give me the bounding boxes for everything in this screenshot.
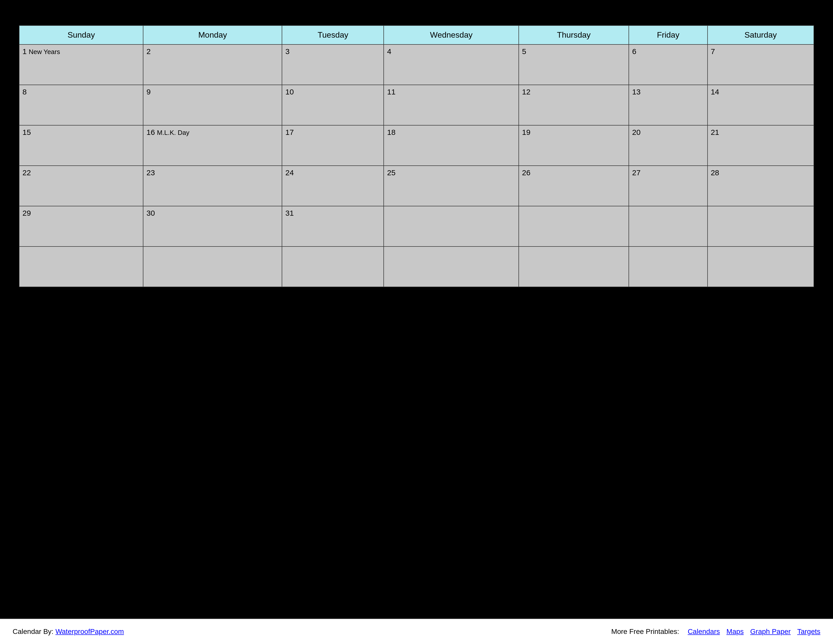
calendar-cell-3-6: 28 [708, 166, 814, 206]
header-saturday: Saturday [708, 26, 814, 45]
day-number: 14 [711, 88, 719, 96]
calendar-cell-4-5 [629, 206, 707, 246]
day-number: 12 [522, 88, 530, 96]
calendar-cell-3-2: 24 [282, 166, 384, 206]
calendar-container: Sunday Monday Tuesday Wednesday Thursday… [19, 25, 814, 614]
day-number: 8 [23, 88, 27, 96]
footer-link-targets[interactable]: Targets [797, 628, 820, 635]
calendar-cell-1-3: 11 [384, 85, 519, 125]
calendar-cell-1-4: 12 [519, 85, 629, 125]
day-number: 17 [285, 128, 294, 137]
day-number: 6 [632, 47, 636, 56]
calendar-cell-3-0: 22 [19, 166, 143, 206]
header-sunday: Sunday [19, 26, 143, 45]
day-number: 4 [387, 47, 391, 56]
header-wednesday: Wednesday [384, 26, 519, 45]
calendar-cell-3-5: 27 [629, 166, 707, 206]
calendar-cell-2-0: 15 [19, 125, 143, 166]
day-number: 1 [23, 47, 27, 56]
calendar-cell-5-6 [708, 246, 814, 287]
footer-link-graphpaper[interactable]: Graph Paper [750, 628, 791, 635]
calendar-cell-4-4 [519, 206, 629, 246]
calendar-cell-2-4: 19 [519, 125, 629, 166]
day-number: 18 [387, 128, 395, 137]
week-row-4: 22232425262728 [19, 166, 814, 206]
day-number: 9 [146, 88, 151, 96]
day-number: 5 [522, 47, 526, 56]
calendar-cell-0-6: 7 [708, 45, 814, 85]
day-number: 28 [711, 169, 719, 177]
calendar-cell-4-1: 30 [143, 206, 282, 246]
day-number: 19 [522, 128, 530, 137]
day-number: 16 [146, 128, 155, 137]
week-row-2: 891011121314 [19, 85, 814, 125]
calendar-table: Sunday Monday Tuesday Wednesday Thursday… [19, 25, 814, 287]
footer-more: More Free Printables: Calendars Maps Gra… [611, 628, 820, 636]
day-number: 24 [285, 169, 294, 177]
footer-more-label: More Free Printables: [611, 628, 681, 635]
calendar-cell-4-6 [708, 206, 814, 246]
day-event: New Years [29, 48, 60, 56]
day-number: 7 [711, 47, 715, 56]
day-number: 26 [522, 169, 530, 177]
footer-link-calendars[interactable]: Calendars [688, 628, 720, 635]
week-row-6 [19, 246, 814, 287]
calendar-cell-0-3: 4 [384, 45, 519, 85]
header-friday: Friday [629, 26, 707, 45]
calendar-cell-5-3 [384, 246, 519, 287]
day-number: 27 [632, 169, 640, 177]
header-thursday: Thursday [519, 26, 629, 45]
calendar-cell-2-1: 16M.L.K. Day [143, 125, 282, 166]
week-row-3: 1516M.L.K. Day1718192021 [19, 125, 814, 166]
calendar-cell-2-3: 18 [384, 125, 519, 166]
header-monday: Monday [143, 26, 282, 45]
calendar-cell-1-1: 9 [143, 85, 282, 125]
calendar-cell-0-5: 6 [629, 45, 707, 85]
day-number: 31 [285, 209, 294, 217]
day-number: 30 [146, 209, 155, 217]
week-row-1: 1New Years234567 [19, 45, 814, 85]
header-row: Sunday Monday Tuesday Wednesday Thursday… [19, 26, 814, 45]
calendar-cell-1-6: 14 [708, 85, 814, 125]
day-number: 21 [711, 128, 719, 137]
calendar-cell-5-1 [143, 246, 282, 287]
calendar-cell-5-4 [519, 246, 629, 287]
header-tuesday: Tuesday [282, 26, 384, 45]
day-number: 22 [23, 169, 31, 177]
calendar-cell-1-2: 10 [282, 85, 384, 125]
day-number: 23 [146, 169, 155, 177]
day-number: 15 [23, 128, 31, 137]
day-number: 10 [285, 88, 294, 96]
calendar-cell-5-0 [19, 246, 143, 287]
calendar-cell-2-6: 21 [708, 125, 814, 166]
calendar-cell-0-2: 3 [282, 45, 384, 85]
footer-credit-link[interactable]: WaterproofPaper.com [56, 628, 124, 635]
footer-link-maps[interactable]: Maps [727, 628, 744, 635]
day-number: 13 [632, 88, 640, 96]
calendar-cell-2-2: 17 [282, 125, 384, 166]
calendar-cell-0-4: 5 [519, 45, 629, 85]
day-number: 20 [632, 128, 640, 137]
day-number: 25 [387, 169, 395, 177]
day-number: 2 [146, 47, 151, 56]
calendar-cell-4-3 [384, 206, 519, 246]
calendar-cell-5-5 [629, 246, 707, 287]
calendar-cell-3-3: 25 [384, 166, 519, 206]
calendar-cell-3-1: 23 [143, 166, 282, 206]
footer-credit: Calendar By: WaterproofPaper.com [13, 628, 611, 636]
calendar-cell-1-0: 8 [19, 85, 143, 125]
calendar-cell-2-5: 20 [629, 125, 707, 166]
calendar-cell-0-1: 2 [143, 45, 282, 85]
day-event: M.L.K. Day [157, 129, 190, 136]
footer-credit-label: Calendar By: [13, 628, 56, 635]
day-number: 29 [23, 209, 31, 217]
calendar-cell-3-4: 26 [519, 166, 629, 206]
calendar-cell-4-0: 29 [19, 206, 143, 246]
week-row-5: 293031 [19, 206, 814, 246]
calendar-cell-5-2 [282, 246, 384, 287]
calendar-cell-0-0: 1New Years [19, 45, 143, 85]
day-number: 11 [387, 88, 395, 96]
footer-bar: Calendar By: WaterproofPaper.com More Fr… [0, 619, 833, 644]
calendar-cell-1-5: 13 [629, 85, 707, 125]
calendar-cell-4-2: 31 [282, 206, 384, 246]
